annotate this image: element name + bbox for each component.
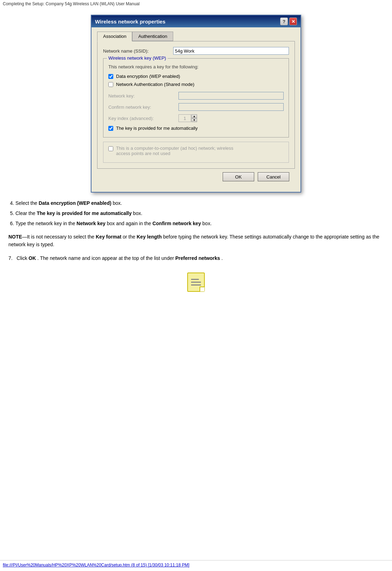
note-icon <box>187 273 205 292</box>
dialog-title: Wireless network properties <box>95 19 165 25</box>
ok-button[interactable]: OK <box>223 172 254 181</box>
confirm-key-label: Confirm network key: <box>108 105 178 110</box>
data-encryption-row: Data encryption (WEP enabled) <box>108 74 284 79</box>
network-auth-checkbox[interactable] <box>108 82 113 87</box>
note-icon-corner <box>200 287 204 291</box>
instructions-section: Select the Data encryption (WEP enabled)… <box>0 200 392 292</box>
note-icon-lines <box>191 279 201 286</box>
ssid-row: Network name (SSID): <box>103 47 289 55</box>
key-index-row: Key index (advanced): ▲ ▼ <box>108 114 284 122</box>
note-line-1 <box>191 279 199 280</box>
step6-bold2: Confirm network key <box>153 221 201 226</box>
step7-preferred-bold: Preferred networks <box>175 255 220 261</box>
note-line-2 <box>191 282 201 283</box>
auto-key-row: The key is provided for me automatically <box>108 126 284 131</box>
confirm-key-row: Confirm network key: <box>108 103 284 111</box>
tab-panel-association: Network name (SSID): Wireless network ke… <box>97 41 295 169</box>
step-4: Select the Data encryption (WEP enabled)… <box>15 200 385 207</box>
wireless-properties-dialog: Wireless network properties ? ✕ Associat… <box>91 15 301 193</box>
step-5: Clear the The key is provided for me aut… <box>15 210 385 217</box>
step-7: 7. Click OK . The network name and icon … <box>8 254 385 262</box>
step5-bold: The key is provided for me automatically <box>37 210 132 216</box>
adhoc-row: This is a computer-to-computer (ad hoc) … <box>108 146 284 156</box>
adhoc-group: This is a computer-to-computer (ad hoc) … <box>103 142 289 163</box>
spinner-up[interactable]: ▲ <box>191 114 197 118</box>
network-auth-label: Network Authentication (Shared mode) <box>116 82 194 87</box>
dialog-titlebar: Wireless network properties ? ✕ <box>92 15 300 27</box>
note-block: NOTE—It is not necessary to select the K… <box>8 233 385 249</box>
network-key-input[interactable] <box>178 92 284 100</box>
network-key-label: Network key: <box>108 93 178 99</box>
page-footer[interactable]: file:///P|/User%20Manuals/HP%20XP%20WLAN… <box>0 560 392 567</box>
close-button[interactable]: ✕ <box>289 18 297 25</box>
spinner-buttons: ▲ ▼ <box>191 114 197 122</box>
network-auth-row: Network Authentication (Shared mode) <box>108 82 284 87</box>
dialog-wrapper: Wireless network properties ? ✕ Associat… <box>0 15 392 193</box>
dialog-footer: OK Cancel <box>97 169 295 186</box>
wep-description: This network requires a key for the foll… <box>108 64 284 69</box>
key-index-spinner: ▲ ▼ <box>178 114 197 122</box>
auto-key-checkbox[interactable] <box>108 126 113 131</box>
confirm-key-input[interactable] <box>178 103 284 111</box>
wep-group: Wireless network key (WEP) This network … <box>103 58 289 137</box>
key-index-label: Key index (advanced): <box>108 116 178 121</box>
spinner-down[interactable]: ▼ <box>191 118 197 122</box>
adhoc-label: This is a computer-to-computer (ad hoc) … <box>116 146 234 156</box>
footer-link[interactable]: file:///P|/User%20Manuals/HP%20XP%20WLAN… <box>3 563 189 567</box>
tab-authentication[interactable]: Authentication <box>132 32 173 41</box>
dialog-body: Association Authentication Network name … <box>92 27 300 192</box>
note-line-3 <box>191 284 201 286</box>
step-6: Type the network key in the Network key … <box>15 220 385 227</box>
page-header: Completing the Setup: Company 54g Wirele… <box>0 0 392 8</box>
tab-association[interactable]: Association <box>97 32 132 41</box>
note-label: NOTE <box>8 234 22 240</box>
adhoc-checkbox[interactable] <box>108 146 113 151</box>
step4-bold: Data encryption (WEP enabled) <box>39 200 111 206</box>
data-encryption-checkbox[interactable] <box>108 74 113 79</box>
step6-bold1: Network key <box>76 221 105 226</box>
help-button[interactable]: ? <box>280 18 288 25</box>
auto-key-label: The key is provided for me automatically <box>116 126 198 131</box>
data-encryption-label: Data encryption (WEP enabled) <box>116 74 180 79</box>
note-bold2: Key length <box>137 234 162 240</box>
tab-bar: Association Authentication <box>97 32 295 41</box>
note-bold1: Key format <box>96 234 121 240</box>
ssid-label: Network name (SSID): <box>103 48 173 54</box>
wep-group-title: Wireless network key (WEP) <box>107 55 168 61</box>
titlebar-buttons: ? ✕ <box>280 18 297 25</box>
key-index-input[interactable] <box>178 114 191 122</box>
ssid-input[interactable] <box>173 47 289 55</box>
step7-ok-bold: OK <box>29 255 36 261</box>
network-key-row: Network key: <box>108 92 284 100</box>
note-icon-container <box>7 273 385 292</box>
cancel-button[interactable]: Cancel <box>258 172 289 181</box>
